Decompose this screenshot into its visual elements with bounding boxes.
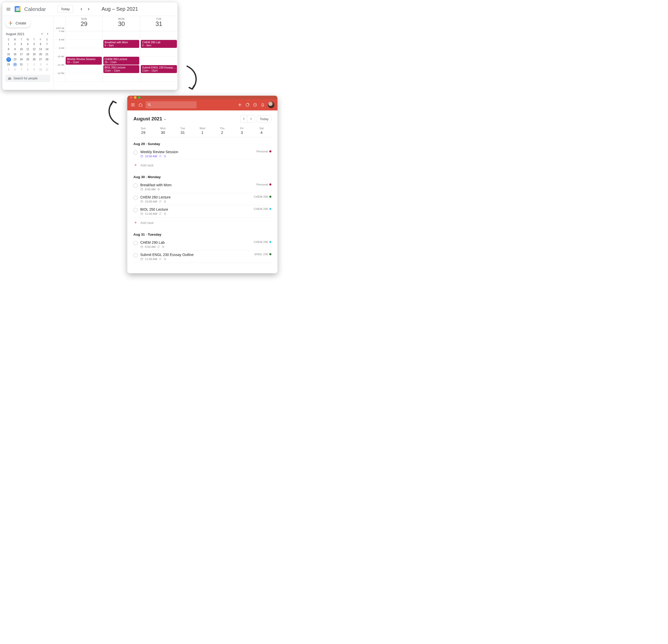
mini-day[interactable]: 26 [32, 57, 36, 62]
mini-day[interactable]: 15 [6, 52, 11, 57]
time-cell[interactable] [140, 73, 178, 81]
mini-day[interactable]: 5 [6, 67, 11, 72]
calendar-event[interactable]: BIOL 250 Lecture11am – 12pm [103, 65, 139, 73]
search-input[interactable] [146, 101, 197, 108]
next-week-icon[interactable] [247, 115, 255, 122]
notifications-icon[interactable] [260, 102, 265, 107]
week-day[interactable]: Sun29 [133, 127, 153, 135]
day-header[interactable]: TUE 31 [140, 16, 178, 31]
week-day[interactable]: Tue31 [173, 127, 193, 135]
mini-day[interactable]: 3 [38, 62, 43, 67]
hamburger-icon[interactable] [6, 6, 11, 12]
time-cell[interactable] [65, 73, 103, 81]
week-day[interactable]: Wed1 [193, 127, 212, 135]
time-cell[interactable] [103, 31, 140, 40]
task-checkbox[interactable] [133, 151, 138, 155]
mini-day[interactable]: 6 [38, 42, 43, 47]
task-project[interactable]: CHEM 290 [254, 207, 271, 210]
task-project[interactable]: CHEM 290 [254, 240, 271, 244]
mini-day[interactable]: 4 [45, 62, 49, 67]
mini-day[interactable]: 11 [45, 67, 49, 72]
mini-day[interactable]: 24 [19, 57, 24, 62]
mini-day[interactable]: 29 [6, 62, 11, 67]
time-cell[interactable] [65, 65, 103, 73]
time-cell[interactable] [103, 73, 140, 81]
window-minimize-icon[interactable] [134, 96, 136, 99]
mini-day[interactable]: 16 [13, 52, 17, 57]
task-checkbox[interactable] [133, 196, 138, 200]
mini-day[interactable]: 8 [6, 47, 11, 52]
mini-day[interactable]: 23 [13, 57, 17, 62]
view-title[interactable]: August 2021 ⌄ [133, 116, 166, 122]
window-zoom-icon[interactable] [138, 96, 140, 99]
avatar[interactable] [268, 101, 274, 108]
mini-prev-icon[interactable] [40, 32, 44, 36]
calendar-event[interactable]: CHEM 260 Lecture10 – 11am [103, 57, 139, 65]
week-day[interactable]: Fri3 [232, 127, 252, 135]
time-cell[interactable] [103, 48, 140, 56]
calendar-event[interactable]: Weekly Review Session10 – 11am [66, 57, 102, 65]
mini-day[interactable]: 5 [32, 42, 36, 47]
mini-day[interactable]: 22 [6, 57, 11, 62]
mini-day[interactable]: 31 [19, 62, 24, 67]
task-row[interactable]: BIOL 250 Lecture11:00 AMCHEM 290 [133, 205, 271, 218]
mini-day[interactable]: 7 [19, 67, 24, 72]
mini-day[interactable]: 14 [45, 47, 49, 52]
task-checkbox[interactable] [133, 208, 138, 212]
mini-day[interactable]: 10 [38, 67, 43, 72]
task-checkbox[interactable] [133, 241, 138, 245]
day-header[interactable]: SUN 29 [65, 16, 103, 31]
create-button[interactable]: Create [5, 19, 31, 28]
day-header[interactable]: MON 30 [103, 16, 140, 31]
add-icon[interactable] [237, 102, 242, 107]
menu-icon[interactable] [130, 102, 135, 107]
task-project[interactable]: CHEM 260 [254, 195, 271, 198]
task-checkbox[interactable] [133, 184, 138, 188]
mini-day[interactable]: 3 [19, 42, 24, 47]
calendar-event[interactable]: Submit ENGL 230 Esssay Outline11am – 12p… [141, 65, 177, 73]
mini-day[interactable]: 27 [38, 57, 43, 62]
mini-day[interactable]: 8 [26, 67, 30, 72]
home-icon[interactable] [138, 102, 143, 107]
mini-day[interactable]: 2 [13, 42, 17, 47]
mini-day[interactable]: 28 [45, 57, 49, 62]
time-cell[interactable] [65, 31, 103, 40]
time-cell[interactable] [140, 31, 178, 40]
help-icon[interactable]: ? [253, 102, 258, 107]
mini-day[interactable]: 10 [19, 47, 24, 52]
productivity-icon[interactable] [245, 102, 250, 107]
time-cell[interactable] [140, 48, 178, 56]
today-button[interactable]: Today [58, 5, 73, 13]
task-project[interactable]: Personal [257, 183, 271, 186]
mini-day[interactable]: 25 [26, 57, 30, 62]
mini-day[interactable]: 4 [26, 42, 30, 47]
mini-next-icon[interactable] [46, 32, 50, 36]
task-row[interactable]: CHEM 290 Lab8:00 AMCHEM 290 [133, 238, 271, 251]
week-day[interactable]: Mon30 [153, 127, 172, 135]
mini-day[interactable]: 13 [38, 47, 43, 52]
add-task-button[interactable]: +Add task [133, 160, 271, 171]
mini-day[interactable]: 21 [45, 52, 49, 57]
mini-day[interactable]: 9 [32, 67, 36, 72]
window-close-icon[interactable] [130, 96, 132, 99]
mini-day[interactable]: 1 [6, 42, 11, 47]
task-row[interactable]: CHEM 260 Lecture10:00 AMCHEM 260 [133, 193, 271, 205]
week-day[interactable]: Thu2 [212, 127, 232, 135]
mini-day[interactable]: 1 [26, 62, 30, 67]
mini-day[interactable]: 7 [45, 42, 49, 47]
calendar-event[interactable]: Breakfast with Mom8 – 9am [103, 40, 139, 48]
task-checkbox[interactable] [133, 253, 138, 257]
add-task-button[interactable]: +Add task [133, 218, 271, 228]
prev-week-icon[interactable] [240, 115, 247, 122]
mini-day[interactable]: 17 [19, 52, 24, 57]
mini-day[interactable]: 19 [32, 52, 36, 57]
next-period-icon[interactable] [86, 6, 91, 12]
today-button[interactable]: Today [257, 115, 271, 122]
task-project[interactable]: Personal [257, 150, 271, 153]
task-row[interactable]: Breakfast with Mom8:00 AMPersonal [133, 181, 271, 193]
mini-day[interactable]: 12 [32, 47, 36, 52]
calendar-event[interactable]: CHEM 290 Lab8 – 9am [141, 40, 177, 48]
mini-day[interactable]: 6 [13, 67, 17, 72]
task-row[interactable]: Submit ENGL 230 Esssay Outline11:00 AMEN… [133, 251, 271, 263]
prev-period-icon[interactable] [79, 6, 84, 12]
